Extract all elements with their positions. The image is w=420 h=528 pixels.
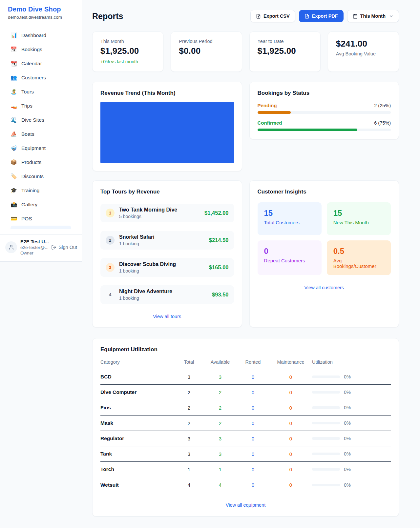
- sidebar-item-discounts[interactable]: 🏷️ Discounts: [5, 169, 76, 183]
- user-footer: E2E Test U... e2e-tester@... Owner Sign …: [0, 234, 82, 261]
- column-header-maintenance: Maintenance: [269, 359, 312, 365]
- equipment-table-header: Category Total Available Rented Maintena…: [100, 359, 391, 369]
- utilization-cell: 0%: [312, 467, 391, 472]
- sidebar-item-training[interactable]: 🎓 Training: [5, 183, 76, 197]
- stat-card-previous-period: Previous Period $0.00: [171, 31, 242, 72]
- insight-label: Repeat Customers: [264, 258, 315, 263]
- sidebar-item-calendar[interactable]: 📆 Calendar: [5, 56, 76, 71]
- rank-badge: 4: [106, 290, 115, 299]
- stat-value: $241.00: [336, 39, 391, 49]
- utilization-cell: 0%: [312, 482, 391, 488]
- sidebar-item-boats[interactable]: ⛵ Boats: [5, 127, 76, 141]
- tour-info: Night Dive Adventure 1 booking: [119, 289, 207, 301]
- table-row: Mask 2 2 0 0 0%: [100, 416, 391, 431]
- insight-label: New This Month: [333, 220, 384, 225]
- utilization-cell: 0%: [312, 451, 391, 457]
- tour-revenue: $1,452.00: [204, 210, 228, 216]
- nav-item-label: Calendar: [21, 61, 42, 67]
- user-meta: E2E Test U... e2e-tester@... Owner: [20, 239, 48, 255]
- export-pdf-label: Export PDF: [312, 13, 338, 19]
- sidebar-item-gallery[interactable]: 📸 Gallery: [5, 197, 76, 212]
- page-header: Reports Export CSV Export PDF This Month: [92, 10, 399, 22]
- customer-insights-panel: Customer Insights 15 Total Customers 15 …: [249, 180, 399, 327]
- utilization-bar-track: [312, 468, 340, 471]
- utilization-bar-track: [312, 422, 340, 424]
- utilization-percent: 0%: [344, 467, 351, 472]
- tour-row: 3 Discover Scuba Diving 1 booking $165.0…: [100, 258, 234, 277]
- nav-item-label: Dashboard: [21, 32, 46, 38]
- status-bar-fill: [258, 111, 291, 114]
- equipment-category: Wetsuit: [100, 482, 174, 488]
- period-selector-label: This Month: [360, 13, 386, 19]
- revenue-trend-title: Revenue Trend (This Month): [100, 90, 234, 96]
- utilization-percent: 0%: [344, 390, 351, 395]
- column-header-category: Category: [100, 359, 174, 365]
- utilization-cell: 0%: [312, 436, 391, 441]
- row-charts: Revenue Trend (This Month) Bookings by S…: [92, 82, 399, 171]
- sidebar-item-dive-sites[interactable]: 🌊 Dive Sites: [5, 113, 76, 127]
- nav-item-label: Discounts: [21, 173, 44, 179]
- equipment-maintenance: 0: [269, 374, 312, 380]
- tour-info: Two Tank Morning Dive 5 bookings: [119, 207, 200, 219]
- equipment-category: Torch: [100, 466, 174, 472]
- avg-bookings-per-customer: 0.5 Avg Bookings/Customer: [327, 240, 391, 275]
- insight-label: Avg Bookings/Customer: [333, 258, 384, 269]
- export-pdf-button[interactable]: Export PDF: [299, 10, 344, 22]
- nav-item-icon: 🏷️: [10, 173, 17, 179]
- status-label: Confirmed: [258, 120, 282, 126]
- header-actions: Export CSV Export PDF This Month: [250, 10, 399, 22]
- view-all-tours-link[interactable]: View all tours: [100, 314, 234, 319]
- sidebar-item-products[interactable]: 📦 Products: [5, 155, 76, 169]
- repeat-customers: 0 Repeat Customers: [258, 240, 322, 275]
- sign-out-label: Sign Out: [59, 245, 77, 250]
- sidebar-item-pos[interactable]: 💳 POS: [5, 212, 76, 226]
- equipment-total: 4: [174, 482, 204, 488]
- equipment-maintenance: 0: [269, 405, 312, 411]
- equipment-total: 3: [174, 451, 204, 457]
- file-download-icon: [304, 14, 309, 19]
- period-selector[interactable]: This Month: [347, 10, 399, 22]
- equipment-rented: 0: [237, 482, 269, 488]
- utilization-bar-track: [312, 376, 340, 378]
- equipment-category: Tank: [100, 451, 174, 457]
- view-all-customers-link[interactable]: View all customers: [258, 285, 391, 290]
- equipment-maintenance: 0: [269, 390, 312, 395]
- user-icon: [8, 244, 14, 250]
- equipment-available: 2: [204, 405, 237, 411]
- stat-label: This Month: [100, 39, 155, 44]
- sidebar-item-trips[interactable]: 🚤 Trips: [5, 99, 76, 113]
- sidebar-item-customers[interactable]: 👥 Customers: [5, 71, 76, 85]
- tour-name: Snorkel Safari: [119, 234, 204, 240]
- user-role: Owner: [20, 251, 48, 255]
- sidebar-item-bookings[interactable]: 📅 Bookings: [5, 42, 76, 56]
- equipment-maintenance: 0: [269, 451, 312, 457]
- nav-item-label: Gallery: [21, 202, 37, 208]
- nav-item-icon: 📅: [10, 46, 17, 52]
- sidebar-item-dashboard[interactable]: 📊 Dashboard: [5, 28, 76, 42]
- top-tours-panel: Top Tours by Revenue 1 Two Tank Morning …: [92, 180, 242, 327]
- equipment-total: 2: [174, 390, 204, 395]
- sign-out-button[interactable]: Sign Out: [51, 245, 77, 250]
- sidebar-item-tours[interactable]: 🏝️ Tours: [5, 85, 76, 99]
- stats-grid: This Month $1,925.00 +0% vs last month P…: [92, 31, 399, 72]
- tour-revenue: $214.50: [209, 237, 229, 243]
- row-insights: Top Tours by Revenue 1 Two Tank Morning …: [92, 180, 399, 327]
- equipment-rented: 0: [237, 467, 269, 472]
- equipment-category: BCD: [100, 374, 174, 380]
- equipment-available: 3: [204, 374, 237, 380]
- nav-item-icon: 🌊: [10, 117, 17, 123]
- sidebar-item-equipment[interactable]: 🤿 Equipment: [5, 141, 76, 155]
- nav-item-icon: ⛵: [10, 131, 17, 137]
- export-csv-button[interactable]: Export CSV: [250, 10, 295, 22]
- active-nav-item-partial[interactable]: [10, 226, 71, 229]
- nav-item-icon: 🚤: [10, 103, 17, 109]
- view-all-equipment-link[interactable]: View all equipment: [100, 502, 391, 508]
- equipment-rented: 0: [237, 420, 269, 426]
- tour-bookings: 5 bookings: [119, 214, 200, 219]
- bookings-by-status-panel: Bookings by Status Pending 2 (25%) Confi…: [249, 82, 399, 139]
- equipment-available: 1: [204, 467, 237, 472]
- status-bar-fill: [258, 129, 358, 131]
- total-customers: 15 Total Customers: [258, 202, 322, 235]
- status-count: 2 (25%): [374, 103, 391, 108]
- utilization-bar-track: [312, 453, 340, 455]
